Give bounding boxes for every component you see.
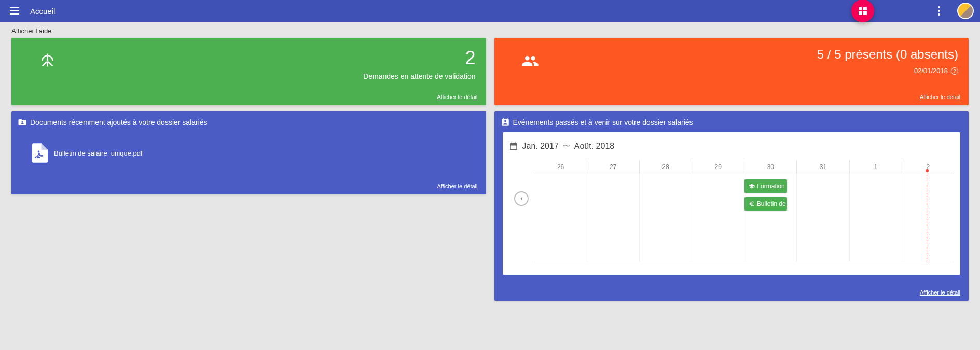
range-to: Août. 2018 — [574, 142, 614, 151]
help-link[interactable]: Afficher l'aide — [11, 27, 51, 35]
timeline-day: 26 — [535, 160, 587, 174]
app-header: Accueil — [0, 0, 980, 22]
event-formation[interactable]: Formation — [744, 179, 787, 193]
hamburger-icon — [10, 7, 19, 15]
now-indicator — [927, 172, 927, 262]
help-icon[interactable]: ? — [951, 67, 958, 75]
graduation-cap-icon — [749, 183, 755, 189]
pending-label: Demandes en attente de validation — [363, 72, 475, 80]
documents-card: Documents récemment ajoutés à votre doss… — [11, 111, 486, 194]
timeline-header: 26 27 28 29 30 31 1 2 — [535, 160, 955, 174]
timeline-prev-button[interactable] — [514, 191, 529, 206]
timeline-day: 27 — [587, 160, 639, 174]
presence-date: 02/01/2018 — [914, 67, 948, 75]
people-icon — [521, 52, 539, 72]
tilde-separator: 〜 — [563, 142, 570, 151]
folder-person-icon — [18, 118, 27, 127]
pending-detail-link[interactable]: Afficher le détail — [437, 94, 477, 100]
contact-calendar-icon — [501, 118, 510, 127]
menu-button[interactable] — [4, 1, 25, 21]
timeline-day: 29 — [692, 160, 744, 174]
document-item[interactable]: Bulletin de salaire_unique.pdf — [11, 132, 486, 174]
more-button[interactable] — [931, 6, 947, 16]
calendar-icon — [509, 142, 518, 151]
range-from: Jan. 2017 — [522, 142, 559, 151]
documents-title: Documents récemment ajoutés à votre doss… — [30, 118, 208, 127]
timeline-day: 30 — [744, 160, 796, 174]
timeline-day: 28 — [639, 160, 692, 174]
events-title: Evénements passés et à venir sur votre d… — [513, 118, 693, 127]
pending-count: 2 — [363, 47, 475, 69]
apps-fab-button[interactable] — [851, 0, 874, 22]
events-card: Evénements passés et à venir sur votre d… — [494, 111, 969, 301]
pending-requests-card[interactable]: 2 Demandes en attente de validation Affi… — [11, 38, 486, 105]
avatar[interactable] — [957, 3, 974, 19]
arrow-left-icon — [518, 195, 525, 202]
presence-card[interactable]: 5 / 5 présents (0 absents) 02/01/2018 ? … — [494, 38, 969, 105]
beach-umbrella-icon — [38, 52, 54, 70]
euro-icon — [749, 201, 755, 207]
page-title: Accueil — [30, 7, 55, 16]
timeline-day: 1 — [849, 160, 902, 174]
event-bulletin[interactable]: Bulletin de — [744, 197, 787, 211]
pdf-icon — [32, 143, 48, 163]
presence-summary: 5 / 5 présents (0 absents) — [817, 47, 958, 62]
timeline-body: Formation Bulletin de — [535, 174, 955, 262]
presence-detail-link[interactable]: Afficher le détail — [920, 94, 960, 100]
date-range-picker[interactable]: Jan. 2017 〜 Août. 2018 — [509, 142, 955, 151]
documents-detail-link[interactable]: Afficher le détail — [437, 183, 477, 189]
timeline-day: 31 — [796, 160, 849, 174]
events-detail-link[interactable]: Afficher le détail — [920, 289, 960, 296]
document-name: Bulletin de salaire_unique.pdf — [54, 149, 143, 157]
apps-icon — [859, 7, 867, 15]
